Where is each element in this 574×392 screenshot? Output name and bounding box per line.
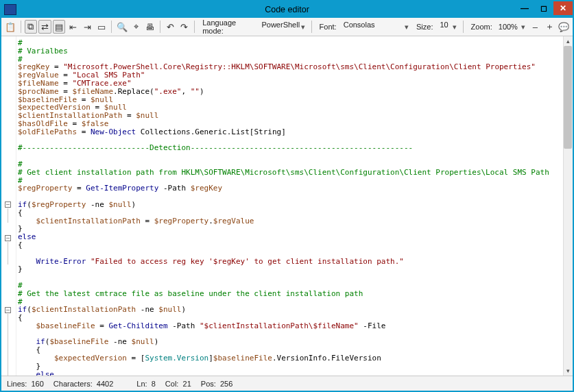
panel-icon[interactable]: ▤ (53, 20, 66, 34)
size-select[interactable]: 10 (438, 21, 452, 33)
outdent-icon[interactable]: ⇤ (67, 20, 80, 34)
indent-icon[interactable]: ⇥ (81, 20, 94, 34)
status-characters: Characters: 4402 (53, 380, 113, 388)
chevron-down-icon[interactable]: ▾ (405, 23, 411, 32)
fold-toggle-icon[interactable]: – (5, 201, 11, 208)
separator-icon (311, 21, 312, 33)
minimize-button[interactable]: — (515, 1, 534, 15)
feedback-icon[interactable]: 💬 (557, 20, 570, 34)
status-lines: Lines: 160 (7, 380, 44, 388)
undo-icon[interactable]: ↶ (164, 20, 177, 34)
panel-left-icon[interactable]: ⧉ (25, 20, 38, 34)
close-button[interactable]: ✕ (553, 1, 573, 15)
swap-icon[interactable]: ⇄ (38, 20, 51, 34)
size-label: Size: (412, 23, 435, 31)
code-content[interactable]: # # Varialbes # $regKey = "Microsoft.Pow… (18, 39, 563, 376)
zoom-value: 100% (497, 23, 520, 31)
find-icon[interactable]: 🔍 (115, 20, 128, 34)
scroll-up-icon[interactable]: ▴ (564, 36, 572, 46)
print-icon[interactable]: 🖶 (143, 20, 156, 34)
font-select[interactable]: Consolas (341, 21, 403, 33)
titlebar: Code editor — ◻ ✕ (1, 1, 573, 18)
language-label: Language mode: (198, 19, 257, 35)
window-buttons: — ◻ ✕ (515, 1, 573, 15)
redo-icon[interactable]: ↷ (178, 20, 191, 34)
separator-icon (111, 21, 112, 33)
code-editor[interactable]: – – – – # # Varialbes # $regKey = "Micro… (1, 36, 573, 376)
window-title: Code editor (265, 5, 309, 14)
statusbar: Lines: 160 Characters: 4402 Ln: 8 Col: 2… (1, 376, 573, 391)
language-select[interactable]: PowerShell (259, 21, 300, 33)
goto-icon[interactable]: ⌖ (130, 20, 143, 34)
chevron-down-icon[interactable]: ▾ (521, 23, 527, 32)
toolbar: 📋 ⧉ ⇄ ▤ ⇤ ⇥ ▭ 🔍 ⌖ 🖶 ↶ ↷ Language mode: P… (1, 18, 573, 36)
status-position: Pos: 256 (201, 380, 233, 388)
paste-icon[interactable]: 📋 (4, 20, 17, 34)
chevron-down-icon[interactable]: ▾ (453, 23, 459, 32)
fold-line (8, 314, 8, 376)
zoom-out-icon[interactable]: – (529, 20, 542, 34)
vertical-scrollbar[interactable]: ▴ ▾ (563, 36, 573, 376)
status-line: Ln: 8 (136, 380, 156, 388)
status-column: Col: 21 (165, 380, 191, 388)
zoom-in-icon[interactable]: ＋ (543, 20, 556, 34)
bookmark-icon[interactable]: ▭ (95, 20, 108, 34)
fold-gutter: – – – – (1, 36, 16, 376)
fold-line (8, 208, 8, 223)
zoom-label: Zoom: (467, 23, 495, 31)
separator-icon (21, 21, 21, 33)
separator-icon (194, 21, 195, 33)
separator-icon (160, 21, 160, 33)
font-label: Font: (315, 23, 339, 31)
chevron-down-icon[interactable]: ▾ (301, 23, 307, 32)
fold-toggle-icon[interactable]: – (5, 235, 11, 241)
app-icon (4, 4, 16, 15)
fold-line (8, 242, 8, 265)
separator-icon (463, 21, 464, 33)
fold-toggle-icon[interactable]: – (5, 307, 11, 313)
scrollbar-thumb[interactable] (564, 46, 572, 149)
maximize-button[interactable]: ◻ (534, 1, 553, 15)
window: Code editor — ◻ ✕ 📋 ⧉ ⇄ ▤ ⇤ ⇥ ▭ 🔍 ⌖ 🖶 ↶ … (0, 0, 574, 392)
scroll-down-icon[interactable]: ▾ (564, 366, 572, 376)
